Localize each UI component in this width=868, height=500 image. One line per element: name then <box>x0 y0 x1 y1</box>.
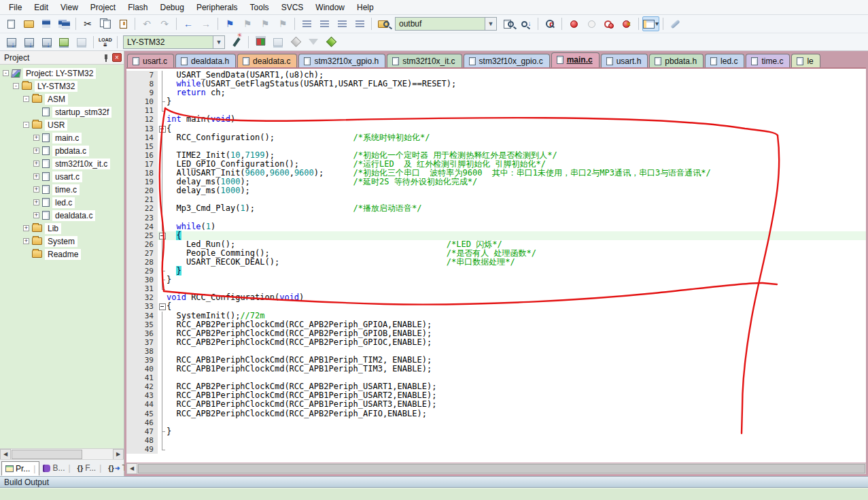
translate-button[interactable]: ↓ <box>3 35 19 50</box>
file-extensions-button[interactable] <box>252 35 268 50</box>
editor-tab-stm32f10x_gpio-h[interactable]: stm32f10x_gpio.h <box>298 54 385 69</box>
expand-icon[interactable]: + <box>33 135 39 141</box>
undo-button[interactable]: ↶ <box>139 16 155 31</box>
tree-item-pbdata-c[interactable]: +pbdata.c <box>0 144 124 157</box>
redo-button[interactable]: ↷ <box>156 16 173 31</box>
code-text[interactable]: } <box>167 276 866 284</box>
scroll-thumb[interactable] <box>12 450 82 459</box>
target-options-button[interactable] <box>228 35 245 50</box>
editor-tab-time-c[interactable]: time.c <box>746 54 790 69</box>
bookmark-next-button[interactable]: ⚑ <box>257 16 273 31</box>
code-text[interactable]: while(USART_GetFlagStatus(USART1,USART_F… <box>167 80 866 88</box>
tree-item-lib[interactable]: +Lib <box>0 222 124 235</box>
code-text[interactable]: delay_ms(1000); /*延时2S 等待外设初始化完成*/ <box>167 178 866 186</box>
stop-build-button[interactable] <box>73 35 90 50</box>
incremental-find-button[interactable]: ↓ <box>518 16 534 31</box>
scroll-left-icon[interactable]: ◀ <box>0 449 11 460</box>
code-text[interactable]: int main(void) <box>167 115 866 124</box>
expand-icon[interactable]: + <box>33 148 39 154</box>
tree-item-readme[interactable]: +Readme <box>0 248 124 261</box>
expand-icon[interactable]: + <box>33 173 39 180</box>
editor-h-scrollbar[interactable]: ◀ <box>126 463 866 474</box>
rebuild-all-button[interactable]: ↓ <box>38 35 54 50</box>
find-text-combo[interactable]: outbuf▼ <box>395 17 497 31</box>
code-text[interactable] <box>167 436 866 445</box>
tree-item-system[interactable]: +System <box>0 235 124 248</box>
menu-project[interactable]: Project <box>84 1 122 14</box>
code-text[interactable]: USART_RECOK_DEAL(); /*串口数据处理*/ <box>167 258 866 267</box>
editor-tab-pbdata-h[interactable]: pbdata.h <box>649 54 704 69</box>
code-text[interactable]: while(1) <box>167 222 866 231</box>
configure-button[interactable] <box>667 16 683 31</box>
bookmark-toggle-button[interactable]: ⚑ <box>222 16 238 31</box>
code-text[interactable] <box>167 106 866 115</box>
batch-build-button[interactable] <box>56 35 72 50</box>
collapse-icon[interactable]: - <box>23 122 29 128</box>
breakpoint-disable-button[interactable] <box>583 16 600 31</box>
expand-icon[interactable]: + <box>33 186 39 193</box>
project-h-scrollbar[interactable]: ◀ ▶ <box>0 448 124 459</box>
panel-tab-b[interactable]: B...| <box>39 461 73 475</box>
navigate-forward-button[interactable]: → <box>198 16 214 31</box>
tree-item-main-c[interactable]: +main.c <box>0 131 124 144</box>
expand-icon[interactable]: + <box>33 212 39 218</box>
menu-tools[interactable]: Tools <box>244 1 275 14</box>
code-text[interactable]: { <box>167 302 866 311</box>
menu-edit[interactable]: Edit <box>28 1 54 14</box>
editor-tab-main-c[interactable]: main.c <box>551 52 600 69</box>
bookmark-clear-button[interactable]: ⚑ <box>275 16 291 31</box>
chevron-down-icon[interactable]: ▼ <box>485 18 496 30</box>
tree-item-usr[interactable]: -USR <box>0 118 124 131</box>
copy-button[interactable] <box>97 16 114 31</box>
scroll-thumb[interactable] <box>138 464 865 473</box>
scroll-left-icon[interactable]: ◀ <box>126 463 137 474</box>
code-text[interactable]: RCC_Configuration(); /*系统时钟初始化*/ <box>167 133 866 142</box>
download-button[interactable]: LOAD⇊ <box>97 35 114 50</box>
scroll-right-icon[interactable]: ▶ <box>113 449 124 460</box>
tree-item-stm32f10x-it-c[interactable]: +stm32f10x_it.c <box>0 157 124 170</box>
code-text[interactable]: } <box>167 427 866 436</box>
panel-tab-f[interactable]: {}F...| <box>74 461 105 475</box>
pack-installer-button[interactable] <box>288 35 304 50</box>
menu-window[interactable]: Window <box>309 1 351 14</box>
fold-toggle-icon[interactable] <box>158 302 167 311</box>
collapse-icon[interactable]: - <box>23 96 29 102</box>
editor-tab-dealdata-h[interactable]: dealdata.h <box>175 54 236 69</box>
build-output-header[interactable]: Build Output <box>0 476 868 488</box>
fold-toggle-icon[interactable] <box>158 231 167 240</box>
tree-item-startup-stm32f[interactable]: +startup_stm32f <box>0 105 124 118</box>
chevron-down-icon[interactable]: ▼ <box>213 36 224 48</box>
navigate-back-button[interactable]: ← <box>180 16 196 31</box>
paste-button[interactable] <box>115 16 131 31</box>
indent-right-button[interactable] <box>316 16 332 31</box>
editor-tab-le[interactable]: le <box>791 54 820 69</box>
menu-svcs[interactable]: SVCS <box>275 1 310 14</box>
save-button[interactable] <box>38 16 54 31</box>
editor-tab-stm32f10x_gpio-c[interactable]: stm32f10x_gpio.c <box>464 54 550 69</box>
expand-icon[interactable]: + <box>23 225 29 231</box>
code-text[interactable]: RCC_APB1PeriphClockCmd(RCC_APB1Periph_TI… <box>167 365 866 373</box>
expand-icon[interactable]: + <box>33 199 39 205</box>
build-output-body[interactable] <box>0 488 868 500</box>
code-text[interactable]: Mp3_Cmd_Play(1); /*播放启动语音*/ <box>167 204 866 213</box>
manage-run-time-button[interactable] <box>323 35 339 50</box>
pin-icon[interactable] <box>103 54 109 62</box>
menu-flash[interactable]: Flash <box>122 1 154 14</box>
menu-view[interactable]: View <box>54 1 84 14</box>
cut-button[interactable]: ✂ <box>80 16 96 31</box>
menu-help[interactable]: Help <box>351 1 380 14</box>
tree-item-usart-c[interactable]: +usart.c <box>0 170 124 183</box>
comment-button[interactable] <box>334 16 350 31</box>
code-text[interactable]: return ch; <box>167 88 866 97</box>
window-layout-button[interactable]: ▾ <box>642 16 659 31</box>
close-icon[interactable]: × <box>112 53 122 62</box>
find-in-files-button[interactable] <box>375 16 392 31</box>
tree-item-project-ly-stm32[interactable]: -Project: LY-STM32 <box>0 67 124 80</box>
tree-item-asm[interactable]: -ASM <box>0 93 124 105</box>
tree-item-time-c[interactable]: +time.c <box>0 183 124 196</box>
breakpoint-kill-all-button[interactable]: × <box>619 16 635 31</box>
menu-debug[interactable]: Debug <box>154 1 190 14</box>
tree-item-led-c[interactable]: +led.c <box>0 196 124 209</box>
editor-tab-led-c[interactable]: led.c <box>705 54 744 69</box>
editor-tab-usart-h[interactable]: usart.h <box>601 54 648 69</box>
